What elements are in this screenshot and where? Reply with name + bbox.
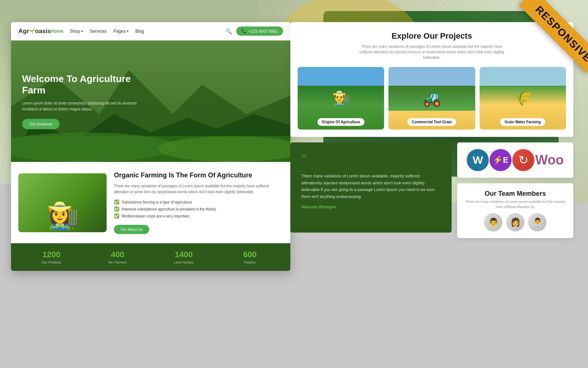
hero-title: Welcome To Agriculture Farm bbox=[22, 73, 140, 96]
testimonial-author: Maureen Biologist bbox=[301, 205, 441, 209]
hero-description: Lorem ipsum dolor sit amet consectetur a… bbox=[22, 100, 140, 112]
woo-logo: Woo bbox=[535, 152, 564, 168]
check-icon-3: ✅ bbox=[114, 213, 119, 219]
right-panel: Explore Our Projects There are many vari… bbox=[290, 22, 573, 238]
check-text-2: Intensive subsistence agriculture is pre… bbox=[122, 207, 216, 211]
stat-label-hectars: Land Hectars bbox=[151, 261, 217, 264]
phone-number: +123 4567 8901 bbox=[248, 29, 278, 33]
testimonial-text: There many variations of Lorem Ipsum ava… bbox=[301, 173, 441, 200]
nav-services[interactable]: Services bbox=[90, 29, 107, 34]
refresh-logo: ↻ bbox=[512, 149, 534, 171]
projects-grid: 👨‍🌾 Origins Of Agriculture 🚜 Commercial … bbox=[298, 67, 566, 130]
elementor-logo-container: ⚡E bbox=[490, 149, 512, 171]
organic-content: Organic Farming Is The Form Of Agricultu… bbox=[114, 171, 283, 234]
right-bottom-col: W ⚡E ↻ bbox=[457, 142, 573, 238]
check-item-2: ✅ Intensive subsistence agriculture is p… bbox=[114, 206, 283, 212]
project-label-2: Commercial Tool Grain bbox=[407, 118, 456, 126]
search-icon[interactable]: 🔍 bbox=[226, 28, 232, 34]
team-member-2: 👩 bbox=[506, 213, 524, 231]
organic-section: 👩‍🌾 Organic Farming Is The Form Of Agric… bbox=[11, 162, 290, 243]
stat-number-farmers: 400 bbox=[85, 250, 151, 259]
project-card-3[interactable]: 🌾 Grain Water Farming bbox=[480, 67, 566, 130]
organic-img-inner: 👩‍🌾 bbox=[18, 173, 107, 232]
organic-description: There are many variations of passages of… bbox=[114, 183, 283, 195]
project-hay-icon: 🌾 bbox=[514, 90, 531, 106]
logo-agri: Agr bbox=[18, 28, 29, 35]
stat-label-products: Our Products bbox=[18, 261, 85, 264]
navbar: Agr🌱oasis Home Shop ▾ Services Pages ▾ B… bbox=[11, 22, 290, 40]
project-label-3: Grain Water Farming bbox=[500, 118, 545, 126]
quote-icon: " bbox=[301, 152, 441, 168]
left-preview-panel: Agr🌱oasis Home Shop ▾ Services Pages ▾ B… bbox=[11, 22, 290, 271]
projects-title: Explore Our Projects bbox=[298, 31, 566, 41]
stat-hectars: 1400 Land Hectars bbox=[151, 250, 217, 264]
project-card-1[interactable]: 👨‍🌾 Origins Of Agriculture bbox=[298, 67, 384, 130]
logo-leaf-icon: 🌱 bbox=[29, 29, 35, 34]
logo: Agr🌱oasis bbox=[18, 28, 51, 35]
tech-logos-panel: W ⚡E ↻ bbox=[457, 142, 573, 178]
stats-bar: 1200 Our Products 400 No. Farmers 1400 L… bbox=[11, 243, 290, 271]
projects-description: There are many variations of passages of… bbox=[355, 44, 509, 60]
nav-links: Home Shop ▾ Services Pages ▾ Blog bbox=[51, 29, 226, 34]
stat-label-farmers: No. Farmers bbox=[85, 261, 151, 264]
organic-title: Organic Farming Is The Form Of Agricultu… bbox=[114, 171, 283, 180]
check-icon-1: ✅ bbox=[114, 199, 119, 205]
stat-label-positive: Positive bbox=[217, 261, 283, 264]
stat-number-products: 1200 bbox=[18, 250, 85, 259]
project-card-2[interactable]: 🚜 Commercial Tool Grain bbox=[388, 67, 475, 130]
wordpress-logo-container: W bbox=[467, 149, 489, 171]
elementor-icon: ⚡E bbox=[493, 155, 508, 165]
team-title: Our Team Members bbox=[464, 190, 567, 198]
wordpress-icon: W bbox=[473, 154, 483, 166]
team-members-row: 👨 👩 👨‍💼 bbox=[464, 213, 567, 231]
team-section: Our Team Members There are many variatio… bbox=[457, 183, 573, 238]
nav-blog[interactable]: Blog bbox=[135, 29, 144, 34]
nav-home[interactable]: Home bbox=[51, 29, 63, 34]
woo-text: Woo bbox=[535, 152, 564, 167]
refresh-icon: ↻ bbox=[519, 153, 528, 167]
about-us-button[interactable]: Our About Us bbox=[114, 225, 149, 234]
logo-oasis: oasis bbox=[35, 28, 51, 35]
check-text-1: Subsistence farming is a type of agricul… bbox=[122, 200, 192, 204]
hero-content: Welcome To Agriculture Farm Lorem ipsum … bbox=[22, 73, 140, 129]
project-tractor-icon: 🚜 bbox=[422, 89, 441, 107]
testimonial-section: " There many variations of Lorem Ipsum a… bbox=[290, 142, 452, 233]
projects-section: Explore Our Projects There are many vari… bbox=[290, 22, 573, 137]
stat-number-positive: 600 bbox=[217, 250, 283, 259]
woo-logo-container: Woo bbox=[535, 152, 564, 168]
refresh-logo-container: ↻ bbox=[512, 149, 534, 171]
bottom-sections-row: " There many variations of Lorem Ipsum a… bbox=[290, 142, 573, 238]
phone-icon: 📞 bbox=[241, 29, 247, 33]
project-person-icon: 👨‍🌾 bbox=[332, 90, 349, 106]
team-member-3: 👨‍💼 bbox=[528, 213, 546, 231]
logo-text: Agr🌱oasis bbox=[18, 28, 51, 35]
check-icon-2: ✅ bbox=[114, 206, 119, 212]
check-text-3: Mediterranean crops are a very important bbox=[122, 214, 189, 218]
nav-shop[interactable]: Shop ▾ bbox=[70, 29, 83, 34]
stat-number-hectars: 1400 bbox=[151, 250, 217, 259]
check-item-3: ✅ Mediterranean crops are a very importa… bbox=[114, 213, 283, 219]
wordpress-logo: W bbox=[467, 149, 489, 171]
phone-button[interactable]: 📞 +123 4567 8901 bbox=[236, 26, 283, 36]
organic-image: 👩‍🌾 bbox=[18, 173, 107, 232]
stat-products: 1200 Our Products bbox=[18, 250, 85, 264]
project-label-1: Origins Of Agriculture bbox=[317, 118, 365, 126]
team-description: There are many variations of Lorem Ipsum… bbox=[464, 199, 567, 209]
main-wrapper: RESPONSIVE Agr🌱oasis Home Shop ▾ Service… bbox=[0, 0, 588, 368]
stat-farmers: 400 No. Farmers bbox=[85, 250, 151, 264]
elementor-logo: ⚡E bbox=[490, 149, 512, 171]
stat-positive: 600 Positive bbox=[217, 250, 283, 264]
nav-pages[interactable]: Pages ▾ bbox=[113, 29, 129, 34]
check-item-1: ✅ Subsistence farming is a type of agric… bbox=[114, 199, 283, 205]
hero-section: Welcome To Agriculture Farm Lorem ipsum … bbox=[11, 40, 290, 162]
team-member-1: 👨 bbox=[484, 213, 502, 231]
hero-cta-button[interactable]: Get Involved bbox=[22, 119, 60, 129]
